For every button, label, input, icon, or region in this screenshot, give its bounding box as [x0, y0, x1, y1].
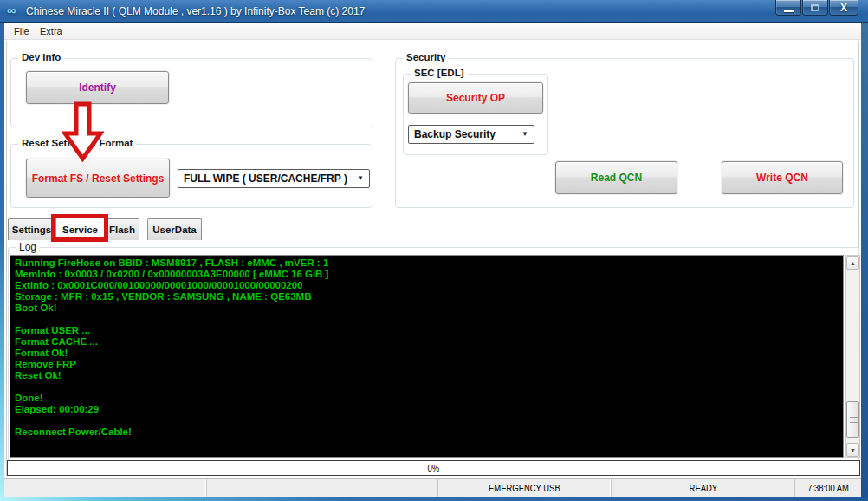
sec-edl-group: SEC [EDL] Security OP Backup Security ▼	[403, 74, 548, 155]
arrow-down-icon: ▼	[850, 447, 856, 453]
tab-settings[interactable]: Settings	[8, 218, 55, 240]
identify-button[interactable]: Identify	[26, 71, 169, 104]
log-line: Format CACHE ...	[15, 336, 843, 348]
dev-info-group-label: Dev Info	[18, 52, 64, 62]
maximize-button[interactable]	[802, 0, 828, 16]
status-cell-port: EMERGENCY USB	[438, 479, 612, 497]
minimize-icon	[784, 10, 794, 12]
tab-userdata[interactable]: UserData	[147, 218, 202, 240]
status-cell-blank-1	[4, 479, 207, 497]
log-line: MemInfo : 0x0003 / 0x0200 / 0x00000003A3…	[15, 269, 843, 280]
infinity-logo-icon: ∞	[7, 3, 16, 17]
title-bar: ∞ Chinese Miracle II ( QLM Module , ver1…	[0, 0, 868, 23]
status-bar: EMERGENCY USB READY 7:38:00 AM	[4, 478, 861, 497]
window-controls: X	[774, 0, 858, 16]
security-op-button[interactable]: Security OP	[408, 82, 543, 114]
app-window: ∞ Chinese Miracle II ( QLM Module , ver1…	[0, 0, 868, 501]
log-line: Done!	[15, 393, 843, 404]
log-line: Storage : MFR : 0x15 , VENDOR : SAMSUNG …	[15, 291, 843, 303]
log-line: Reconnect Power/Cable!	[15, 426, 843, 438]
log-group-label: Log	[16, 241, 40, 253]
scroll-grip-icon	[850, 417, 858, 418]
log-scrollbar[interactable]: ▲ ▼	[845, 255, 860, 458]
status-state-label: READY	[689, 483, 716, 493]
progress-bar: 0%	[7, 460, 860, 476]
read-qcn-button[interactable]: Read QCN	[555, 161, 677, 194]
menu-bar	[4, 23, 861, 40]
log-line: Elapsed: 00:00:29	[15, 404, 843, 415]
log-line: Running FireHose on BBID : MSM8917 , FLA…	[15, 257, 843, 269]
sec-edl-group-label: SEC [EDL]	[411, 68, 468, 78]
scroll-up-button[interactable]: ▲	[846, 256, 859, 270]
wipe-mode-value: FULL WIPE ( USER/CACHE/FRP )	[184, 172, 347, 185]
red-arrow-annotation	[62, 101, 104, 162]
chevron-down-icon: ▼	[357, 174, 364, 182]
log-output: Running FireHose on BBID : MSM8917 , FLA…	[10, 255, 844, 458]
status-cell-state: READY	[612, 479, 795, 497]
close-button[interactable]: X	[829, 0, 858, 16]
log-line: Reset Ok!	[15, 370, 843, 381]
backup-security-dropdown[interactable]: Backup Security ▼	[408, 125, 534, 144]
log-line	[15, 381, 843, 393]
red-box-annotation	[51, 214, 108, 242]
status-cell-time: 7:38:00 AM	[795, 479, 861, 497]
progress-label: 0%	[428, 463, 440, 473]
window-frame-right	[861, 23, 868, 501]
wipe-mode-dropdown[interactable]: FULL WIPE ( USER/CACHE/FRP ) ▼	[178, 169, 370, 188]
log-line: Format Ok!	[15, 348, 843, 359]
scroll-down-button[interactable]: ▼	[846, 443, 859, 457]
tab-flash[interactable]: Flash	[105, 218, 139, 240]
write-qcn-button[interactable]: Write QCN	[722, 161, 843, 194]
minimize-button[interactable]	[775, 0, 801, 16]
scroll-thumb[interactable]	[846, 401, 859, 438]
log-line	[15, 415, 843, 426]
security-group: Security SEC [EDL] Security OP Backup Se…	[395, 58, 854, 208]
menu-item-file[interactable]: File	[10, 26, 33, 36]
format-fs-reset-button[interactable]: Format FS / Reset Settings	[26, 159, 170, 198]
log-line: Remove FRP	[15, 359, 843, 370]
close-icon: X	[840, 1, 847, 15]
status-cell-blank-2	[207, 479, 438, 497]
maximize-icon	[811, 4, 819, 11]
menu-item-extra[interactable]: Extra	[36, 26, 66, 36]
backup-security-value: Backup Security	[414, 128, 496, 140]
arrow-up-icon: ▲	[850, 260, 856, 266]
window-title: Chinese Miracle II ( QLM Module , ver1.1…	[26, 5, 365, 17]
security-group-label: Security	[403, 52, 449, 62]
chevron-down-icon: ▼	[521, 130, 528, 138]
window-frame-bottom	[0, 497, 868, 501]
log-line: ExtInfo : 0x0001C000/00100000/00001000/0…	[15, 280, 843, 291]
log-line: Format USER ...	[15, 325, 843, 336]
status-time-label: 7:38:00 AM	[807, 483, 849, 493]
log-line	[15, 314, 843, 325]
status-port-label: EMERGENCY USB	[489, 483, 560, 493]
log-line: Boot Ok!	[15, 303, 843, 314]
